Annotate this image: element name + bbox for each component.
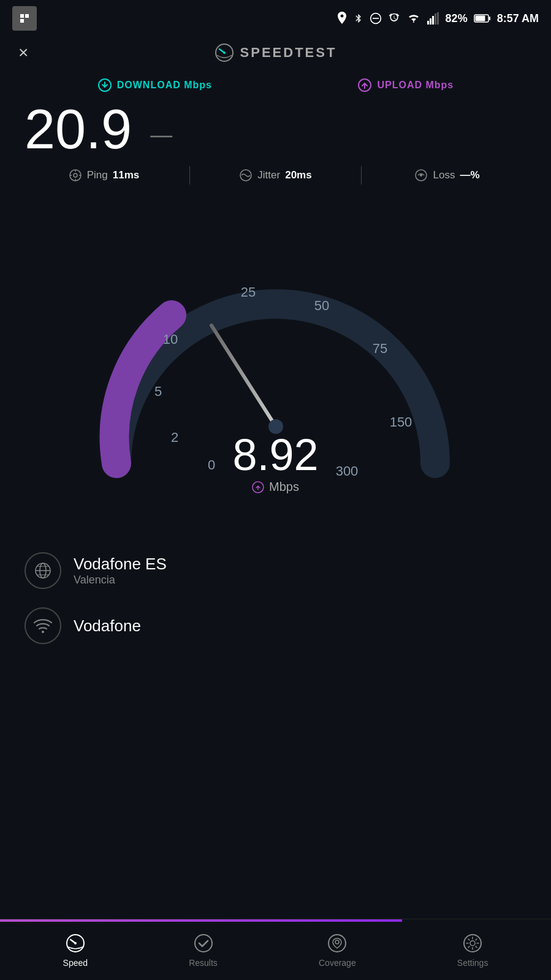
status-right-icons: 82% 8:57 AM <box>336 12 539 25</box>
app-icon <box>12 6 37 31</box>
isp-name: Vodafone ES <box>74 555 167 574</box>
network-info: Vodafone <box>74 617 141 636</box>
svg-point-44 <box>42 631 44 633</box>
svg-text:150: 150 <box>389 414 412 430</box>
speed-display: 20.9 — <box>0 99 551 157</box>
speed-nav-icon <box>64 932 86 954</box>
svg-point-19 <box>74 173 77 177</box>
svg-line-27 <box>211 325 276 427</box>
svg-text:25: 25 <box>240 284 255 300</box>
upload-label: UPLOAD Mbps <box>357 78 454 93</box>
isp-item: Vodafone ES Valencia <box>25 543 526 598</box>
nav-results[interactable]: Results <box>189 932 218 968</box>
globe-icon <box>34 561 52 580</box>
svg-point-47 <box>195 935 212 952</box>
ping-icon <box>69 169 82 182</box>
svg-text:0: 0 <box>207 457 215 473</box>
svg-point-15 <box>223 51 226 54</box>
header: × SPEEDTEST <box>0 37 551 69</box>
battery-percentage: 82% <box>446 12 468 25</box>
speed-labels: DOWNLOAD Mbps UPLOAD Mbps <box>0 72 551 99</box>
results-nav-label: Results <box>189 958 218 968</box>
svg-text:2: 2 <box>170 430 178 445</box>
app-title: SPEEDTEST <box>215 43 337 63</box>
svg-text:75: 75 <box>372 341 387 356</box>
wifi-provider-icon <box>25 607 61 644</box>
jitter-icon <box>239 169 253 182</box>
svg-point-46 <box>74 942 77 944</box>
ping-value: 11ms <box>113 169 139 181</box>
provider-section: Vodafone ES Valencia Vodafone <box>0 531 551 666</box>
svg-text:10: 10 <box>162 332 177 347</box>
loss-value: —% <box>460 169 479 181</box>
nav-coverage[interactable]: Coverage <box>319 932 356 968</box>
nav-settings[interactable]: Settings <box>457 932 488 968</box>
isp-location: Valencia <box>74 574 167 587</box>
svg-text:5: 5 <box>154 384 161 399</box>
svg-rect-1 <box>20 14 24 18</box>
svg-rect-7 <box>430 18 431 25</box>
svg-text:50: 50 <box>314 298 329 313</box>
isp-info: Vodafone ES Valencia <box>74 555 167 587</box>
svg-point-49 <box>335 940 339 944</box>
svg-rect-6 <box>427 21 429 25</box>
upload-small-icon <box>252 481 264 493</box>
svg-rect-2 <box>25 14 29 18</box>
stats-row: Ping 11ms Jitter 20ms Loss —% <box>0 157 551 194</box>
wifi-icon <box>34 618 52 634</box>
results-nav-icon <box>192 932 215 954</box>
speed-nav-label: Speed <box>63 958 88 968</box>
network-name: Vodafone <box>74 617 141 636</box>
upload-icon <box>357 78 372 93</box>
svg-point-26 <box>420 174 422 177</box>
jitter-label: Jitter <box>257 169 280 181</box>
progress-bar <box>0 919 402 922</box>
loss-stat: Loss —% <box>362 169 533 182</box>
isp-icon <box>25 552 61 589</box>
current-speed-display: 8.92 Mbps <box>232 433 318 494</box>
speedtest-icon <box>215 43 234 63</box>
settings-nav-label: Settings <box>457 958 488 968</box>
status-left-icons <box>12 6 37 31</box>
svg-rect-3 <box>20 19 24 23</box>
download-speed-value: 20.9 <box>25 102 132 157</box>
download-icon <box>97 78 112 93</box>
current-speed-unit: Mbps <box>232 480 318 494</box>
upload-speed-value: — <box>150 122 172 148</box>
loss-icon <box>414 169 428 182</box>
network-item: Vodafone <box>25 598 526 653</box>
bottom-nav: Speed Results Coverage <box>0 919 551 980</box>
ping-stat: Ping 11ms <box>18 169 189 182</box>
speedometer: 0 2 5 10 25 50 75 150 300 8.92 Mbps <box>0 206 551 525</box>
svg-rect-13 <box>489 17 490 20</box>
time-display: 8:57 AM <box>497 12 539 25</box>
status-bar: 82% 8:57 AM <box>0 0 551 37</box>
svg-text:300: 300 <box>335 463 358 479</box>
svg-rect-9 <box>435 13 436 25</box>
jitter-value: 20ms <box>285 169 311 181</box>
coverage-nav-icon <box>326 932 348 954</box>
nav-speed[interactable]: Speed <box>63 932 88 968</box>
nav-items: Speed Results Coverage <box>0 923 551 980</box>
svg-point-48 <box>329 935 346 952</box>
svg-point-51 <box>470 941 475 946</box>
coverage-nav-label: Coverage <box>319 958 356 968</box>
svg-rect-12 <box>475 16 485 21</box>
download-label: DOWNLOAD Mbps <box>97 78 212 93</box>
svg-rect-8 <box>432 16 434 25</box>
svg-rect-10 <box>437 12 439 25</box>
settings-nav-icon <box>462 932 484 954</box>
close-button[interactable]: × <box>18 43 28 63</box>
jitter-stat: Jitter 20ms <box>190 169 361 182</box>
loss-label: Loss <box>433 169 455 181</box>
current-speed-value: 8.92 <box>232 433 318 477</box>
ping-label: Ping <box>87 169 108 181</box>
